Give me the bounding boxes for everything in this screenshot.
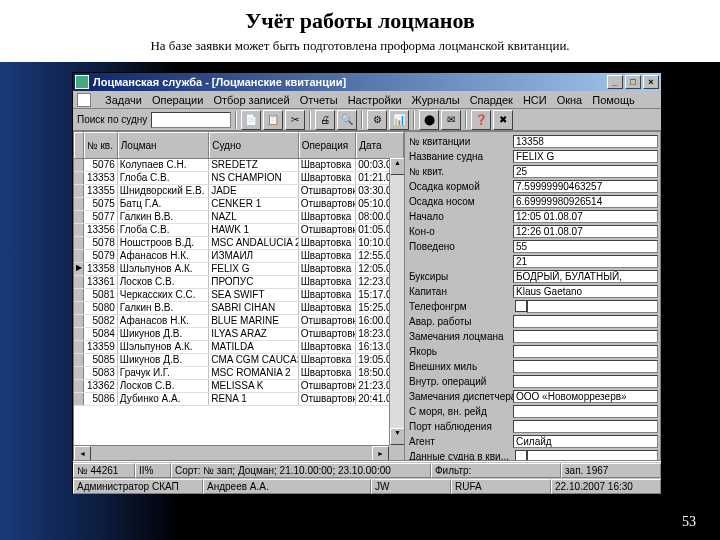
table-row[interactable]: ▶13358Шэльпунов А.К.FELIX GШвартовка12:0… [74, 263, 404, 276]
row-selector[interactable] [74, 250, 84, 262]
detail-value[interactable]: 21 [513, 255, 658, 268]
detail-value[interactable]: 7.59999990463257 [513, 180, 658, 193]
detail-value[interactable]: 13358 [513, 135, 658, 148]
statusbar: № 44261 II% Сорт: № зап; Доцман; 21.10.0… [73, 461, 661, 493]
tool-btn-2[interactable]: 📋 [263, 110, 283, 130]
tool-btn-6[interactable]: ⚙ [367, 110, 387, 130]
row-selector[interactable] [74, 328, 84, 340]
col-selector[interactable] [74, 132, 84, 158]
row-selector[interactable] [74, 315, 84, 327]
row-selector[interactable] [74, 302, 84, 314]
row-selector[interactable] [74, 276, 84, 288]
table-row[interactable]: 5084Шикунов Д.В.ILYAS ARAZОтшвартовк18:2… [74, 328, 404, 341]
table-row[interactable]: 5075Батц Г.А.CENKER 1Отшвартовк05:10.01 [74, 198, 404, 211]
row-selector[interactable]: ▶ [74, 263, 84, 275]
detail-value[interactable]: FELIX G [513, 150, 658, 163]
row-selector[interactable] [74, 211, 84, 223]
table-row[interactable]: 5082Афанасов Н.К.BLUE MARINEОтшвартовк16… [74, 315, 404, 328]
col-id[interactable]: № кв. [84, 132, 118, 158]
table-row[interactable]: 5076Колупаев С.Н.SREDETZШвартовка00:03.0… [74, 159, 404, 172]
maximize-button[interactable]: □ [625, 75, 641, 89]
table-row[interactable]: 5079Афанасов Н.К.ИЗМАИЛШвартовка12:55.01 [74, 250, 404, 263]
row-selector[interactable] [74, 185, 84, 197]
table-row[interactable]: 5081Черкасских С.С.SEA SWIFTШвартовка15:… [74, 289, 404, 302]
table-row[interactable]: 5086Дубинко А.А.RENA 1Отшвартовк20:41.01 [74, 393, 404, 406]
detail-value[interactable] [513, 375, 658, 388]
detail-value[interactable]: 25 [513, 165, 658, 178]
detail-value[interactable]: 6.69999980926514 [513, 195, 658, 208]
menu-reports[interactable]: Отчеты [300, 94, 338, 106]
row-selector[interactable] [74, 198, 84, 210]
menu-settings[interactable]: Настройки [348, 94, 402, 106]
menu-operations[interactable]: Операции [152, 94, 203, 106]
detail-value[interactable] [513, 420, 658, 433]
cell-id: 5080 [84, 302, 118, 314]
detail-value[interactable]: 55 [513, 240, 658, 253]
table-row[interactable]: 13359Шэльпунов А.К.MATILDAШвартовка16:13… [74, 341, 404, 354]
table-row[interactable]: 13361Лосков С.В.ПРОПУСШвартовка12:23.01 [74, 276, 404, 289]
table-row[interactable]: 13355Шнидворский Е.В.JADEОтшвартовк03:30… [74, 185, 404, 198]
row-selector[interactable] [74, 393, 84, 405]
menu-help[interactable]: Помощь [592, 94, 635, 106]
table-row[interactable]: 13356Глоба С.В.HAWK 1Отшвартовк01:05.01 [74, 224, 404, 237]
col-operation[interactable]: Операция [299, 132, 357, 158]
close-button[interactable]: × [643, 75, 659, 89]
detail-value[interactable]: БОДРЫЙ, БУЛАТНЫЙ, [513, 270, 658, 283]
table-row[interactable]: 5077Галкин В.В.NAZLШвартовка08:00.01 [74, 211, 404, 224]
col-ship[interactable]: Судно [209, 132, 298, 158]
detail-value[interactable] [527, 450, 658, 462]
menu-nsi[interactable]: НСИ [523, 94, 547, 106]
row-selector[interactable] [74, 367, 84, 379]
grid-scroll-horizontal[interactable] [74, 445, 389, 460]
menu-tasks[interactable]: Задачи [105, 94, 142, 106]
row-selector[interactable] [74, 172, 84, 184]
grid-scroll-vertical[interactable] [389, 158, 404, 445]
menu-spardek[interactable]: Спардек [470, 94, 513, 106]
tool-btn-9[interactable]: ✉ [441, 110, 461, 130]
detail-value[interactable] [513, 345, 658, 358]
detail-value[interactable]: Klaus Gaetano [513, 285, 658, 298]
detail-checkbox[interactable] [515, 450, 527, 461]
detail-value[interactable] [513, 330, 658, 343]
row-selector[interactable] [74, 237, 84, 249]
detail-value[interactable] [513, 315, 658, 328]
table-row[interactable]: 13362Лосков С.В.MELISSA KОтшвартовк21:23… [74, 380, 404, 393]
detail-value[interactable] [513, 405, 658, 418]
tool-btn-10[interactable]: ❓ [471, 110, 491, 130]
table-row[interactable]: 5080Галкин В.В.SABRI CIHANШвартовка15:25… [74, 302, 404, 315]
table-row[interactable]: 5078Ношстроов В.Д.MSC ANDALUCIA 2Швартов… [74, 237, 404, 250]
table-row[interactable]: 5083Грачук И.Г.MSC ROMANIA 2Швартовка18:… [74, 367, 404, 380]
tool-btn-8[interactable]: ⬤ [419, 110, 439, 130]
minimize-button[interactable]: _ [607, 75, 623, 89]
menu-journals[interactable]: Журналы [412, 94, 460, 106]
tool-btn-5[interactable]: 🔍 [337, 110, 357, 130]
tool-btn-11[interactable]: ✖ [493, 110, 513, 130]
cell-op: Отшвартовк [299, 380, 357, 392]
detail-value[interactable]: 12:05 01.08.07 [513, 210, 658, 223]
tool-btn-7[interactable]: 📊 [389, 110, 409, 130]
menu-windows[interactable]: Окна [557, 94, 583, 106]
row-selector[interactable] [74, 341, 84, 353]
table-row[interactable]: 13353Глоба С.В.NS CHAMPIONШвартовка01:21… [74, 172, 404, 185]
tool-btn-4[interactable]: 🖨 [315, 110, 335, 130]
tool-btn-3[interactable]: ✂ [285, 110, 305, 130]
table-row[interactable]: 5085Шикунов Д.В.CMA CGM CAUCASEШвартовка… [74, 354, 404, 367]
row-selector[interactable] [74, 380, 84, 392]
menu-filter[interactable]: Отбор записей [213, 94, 289, 106]
detail-value[interactable]: 12:26 01.08.07 [513, 225, 658, 238]
row-selector[interactable] [74, 159, 84, 171]
detail-value[interactable]: ООО «Новоморрезерв» [513, 390, 658, 403]
data-grid[interactable]: № кв. Лоцман Судно Операция Дата 5076Кол… [73, 131, 405, 461]
detail-checkbox[interactable] [515, 300, 527, 312]
col-date[interactable]: Дата [356, 132, 404, 158]
tool-btn-1[interactable]: 📄 [241, 110, 261, 130]
search-input[interactable] [151, 112, 231, 128]
row-selector[interactable] [74, 354, 84, 366]
row-selector[interactable] [74, 289, 84, 301]
detail-label: Начало [407, 211, 513, 222]
row-selector[interactable] [74, 224, 84, 236]
col-pilot[interactable]: Лоцман [118, 132, 209, 158]
detail-value[interactable]: Силайд [513, 435, 658, 448]
detail-value[interactable] [527, 300, 658, 313]
detail-value[interactable] [513, 360, 658, 373]
